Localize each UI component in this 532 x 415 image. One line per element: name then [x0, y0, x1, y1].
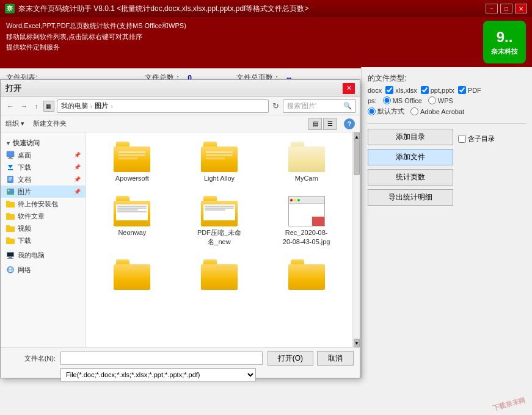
nav-back-button[interactable]: ←	[4, 101, 16, 111]
mode-radio-row: 默认方式 Adobe Acrobat	[368, 107, 526, 116]
close-button[interactable]: ✕	[515, 4, 527, 13]
nav-path-sep2: ›	[111, 103, 113, 110]
rec-image-thumb	[288, 196, 325, 226]
wps-radio[interactable]	[428, 96, 436, 104]
details-view-button[interactable]: ☰	[323, 118, 337, 130]
logo-subtext: 奈末科技	[491, 47, 518, 56]
dialog-bottom: 文件名(N): 打开(O) 取消 File(*.doc;*.docx;*.xls…	[1, 347, 360, 378]
sidebar-item-software[interactable]: 软件文章	[1, 210, 86, 222]
add-file-button[interactable]: 添加文件	[368, 149, 453, 165]
file-item-mycam[interactable]: MyCam	[265, 137, 348, 187]
nav-forward-button[interactable]: →	[18, 101, 30, 111]
pdf-compress-label: PDF压缩_未命名_new	[195, 228, 244, 246]
light-alloy-folder-icon	[201, 142, 238, 172]
export-button[interactable]: 导出统计明细	[368, 189, 453, 206]
pictures-icon	[5, 187, 15, 197]
xls-checkbox[interactable]	[385, 86, 393, 94]
nav-up-button[interactable]: ↑	[32, 101, 41, 111]
sidebar-item-desktop[interactable]: 桌面 📌	[1, 149, 86, 161]
scroll-down-button[interactable]: ▼	[354, 339, 360, 347]
file-item-pdf-compress[interactable]: PDF压缩_未命名_new	[178, 192, 261, 250]
dialog-title-bar: 打开 ✕	[1, 80, 360, 97]
adobe-radio-item[interactable]: Adobe Acrobat	[410, 107, 464, 115]
sidebar-item-downloads[interactable]: 下载 📌	[1, 161, 86, 173]
file-item-neonway[interactable]: Neonway	[91, 192, 173, 250]
adobe-radio[interactable]	[410, 107, 418, 115]
default-mode-radio[interactable]	[368, 107, 376, 115]
file-item-apowersoft[interactable]: Apowersoft	[91, 137, 173, 187]
scroll-thumb[interactable]	[354, 139, 360, 175]
open-button[interactable]: 打开(O)	[268, 351, 313, 366]
divider1	[368, 123, 526, 124]
count-pages-button[interactable]: 统计页数	[368, 169, 453, 186]
network-icon	[5, 265, 15, 275]
organize-button[interactable]: 组织 ▾	[5, 119, 24, 128]
sidebar-item-pictures[interactable]: 图片 📌	[1, 186, 86, 198]
svg-rect-19	[9, 257, 12, 258]
sidebar-item-pending[interactable]: 待上传安装包	[1, 198, 86, 210]
this-pc-section: 我的电脑	[1, 249, 86, 261]
app-header: Word,Excel,PPT,PDF总页数统计软件(支持MS Office和WP…	[0, 17, 532, 68]
sidebar-item-downloads2[interactable]: 下载	[1, 234, 86, 247]
nav-refresh-button[interactable]: ↻	[271, 100, 280, 112]
img-thumb-red-area	[312, 217, 324, 226]
file-item-folder8[interactable]	[178, 255, 261, 296]
nav-path: 我的电脑 › 图片 ›	[57, 99, 269, 113]
ms-office-radio[interactable]	[383, 96, 391, 104]
nav-search-placeholder: 搜索'图片'	[287, 101, 342, 110]
file-item-rec-image[interactable]: Rec_2020-08-20-08-43-05.jpg	[265, 192, 348, 250]
filetype-select-wrapper: File(*.doc;*.docx;*.xls;*.xlsx;*.ppt;*.p…	[60, 368, 256, 381]
sidebar-documents-label: 文档	[18, 175, 31, 184]
watermark-text: 下载奈末网	[492, 396, 526, 412]
pdf-checkbox-item[interactable]: PDF	[458, 86, 481, 94]
list-view-button[interactable]: ▤	[308, 118, 322, 130]
ms-office-radio-item[interactable]: MS Office	[383, 96, 422, 104]
default-mode-radio-item[interactable]: 默认方式	[368, 107, 404, 116]
filename-input[interactable]	[60, 352, 263, 365]
cancel-button[interactable]: 取消	[317, 351, 354, 366]
mycam-folder-icon	[288, 142, 325, 172]
sidebar-network-label: 网络	[18, 265, 31, 275]
dialog-scrollbar[interactable]: ▲ ▼	[352, 132, 360, 347]
sub-dir-checkbox[interactable]	[458, 135, 466, 143]
svg-rect-20	[7, 258, 13, 259]
pdf-checkbox[interactable]	[458, 86, 466, 94]
nav-path-pictures[interactable]: 图片	[95, 101, 108, 110]
sidebar-item-documents[interactable]: 文档 📌	[1, 173, 86, 186]
neonway-folder-icon	[114, 196, 150, 226]
filetype-select[interactable]: File(*.doc;*.docx;*.xls;*.xlsx;*.ppt;*.p…	[60, 368, 256, 381]
sub-dir-checkbox-item[interactable]: 含子目录	[458, 134, 495, 143]
help-button[interactable]: ?	[344, 118, 355, 129]
sidebar-downloads-pin: 📌	[74, 164, 81, 170]
file-item-folder9[interactable]	[265, 255, 348, 296]
dialog-close-button[interactable]: ✕	[343, 83, 355, 94]
sidebar-pending-label: 待上传安装包	[18, 200, 58, 209]
img-thumb-dot-yellow	[294, 199, 296, 201]
file-item-folder7[interactable]	[91, 255, 173, 296]
minimize-button[interactable]: －	[486, 4, 498, 13]
add-dir-button[interactable]: 添加目录	[368, 129, 453, 145]
ppt-checkbox[interactable]	[421, 86, 429, 94]
light-alloy-label: Light Alloy	[204, 174, 235, 182]
file-types-label: 的文件类型:	[368, 73, 526, 84]
sidebar-documents-pin: 📌	[74, 176, 81, 182]
bottom-buttons: 打开(O) 取消	[268, 351, 354, 366]
sidebar-item-network[interactable]: 网络	[1, 264, 86, 276]
view-mode-button[interactable]: ▦	[43, 101, 54, 112]
file-item-light-alloy[interactable]: Light Alloy	[178, 137, 261, 187]
sidebar-item-this-pc[interactable]: 我的电脑	[1, 249, 86, 261]
ppt-checkbox-item[interactable]: ppt,pptx	[421, 86, 454, 94]
nav-search-box[interactable]: 搜索'图片' 🔍	[283, 99, 356, 113]
sidebar-item-videos[interactable]: 视频	[1, 222, 86, 234]
xls-checkbox-item[interactable]: xls,xlsx	[385, 86, 417, 94]
nav-path-my-computer[interactable]: 我的电脑	[61, 101, 88, 110]
wps-radio-item[interactable]: WPS	[428, 96, 453, 104]
dialog-sidebar: ▼ 快速访问 桌面 📌 下载 📌	[1, 132, 86, 347]
filename-label: 文件名(N):	[7, 354, 56, 363]
quick-access-section: ▼ 快速访问 桌面 📌 下载 📌	[1, 136, 86, 247]
new-folder-button[interactable]: 新建文件夹	[29, 118, 70, 129]
open-dialog: 打开 ✕ ← → ↑ ▦ 我的电脑 › 图片 › ↻ 搜索'图片' 🔍	[0, 79, 360, 378]
docx-label: docx	[368, 87, 382, 94]
maximize-button[interactable]: □	[500, 4, 512, 13]
scroll-down-icon: ▼	[354, 341, 359, 346]
